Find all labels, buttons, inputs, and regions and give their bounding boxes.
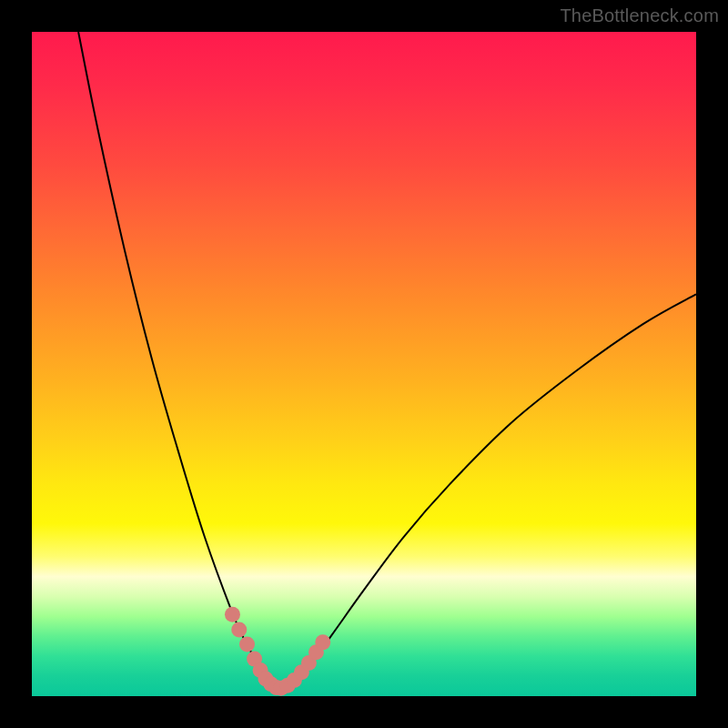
data-marker [225,607,240,622]
marker-group [225,607,330,696]
right-curve [281,294,696,688]
data-marker [231,622,247,638]
data-marker [315,634,330,650]
plot-area [32,32,696,696]
left-curve [78,32,281,688]
watermark-text: TheBottleneck.com [560,5,719,26]
chart-container: TheBottleneck.com [0,0,728,728]
data-marker [239,637,255,652]
chart-svg [32,32,696,696]
